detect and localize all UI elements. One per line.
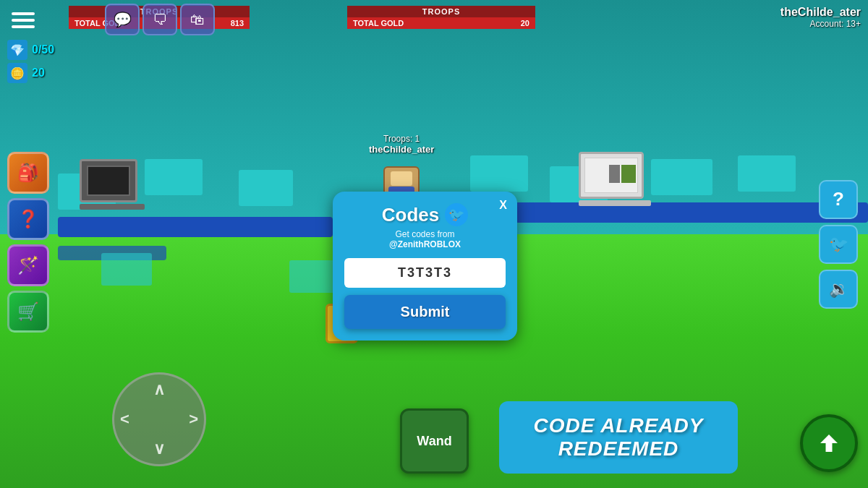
platform <box>58 217 333 237</box>
tile <box>145 159 203 195</box>
gold-value-left: 813 <box>231 19 244 27</box>
redeemed-text: CODE ALREADY REDEEMED <box>514 414 723 461</box>
crystals-value: 0/50 <box>32 43 54 56</box>
gold-label-right: TOTAL GOLD <box>353 19 404 27</box>
menu-button[interactable] <box>7 4 39 36</box>
username-text: theChilde_ater <box>780 6 861 19</box>
modal-close-button[interactable]: X <box>499 199 507 212</box>
modal-subtitle: Get codes from @ZenithROBLOX <box>344 229 506 249</box>
redeemed-banner: CODE ALREADY REDEEMED <box>499 401 738 474</box>
dpad-down[interactable]: ∨ <box>153 440 165 458</box>
question-mark-icon: ? <box>833 188 844 210</box>
twitter-button[interactable]: 🐦 <box>819 225 858 264</box>
volume-button[interactable]: 🔉 <box>819 270 858 309</box>
tile <box>239 170 293 206</box>
gold-bar-right: TOTAL GOLD 20 <box>347 17 535 29</box>
chat-bubble-icon[interactable]: 💬 <box>105 4 140 35</box>
question-button[interactable]: ❓ <box>7 198 49 240</box>
gold-value-right: 20 <box>521 19 529 27</box>
twitter-icon-modal: 🐦 <box>445 203 468 226</box>
top-hud: TROOPS TOTAL GOLD 813 TROOPS TOTAL GOLD … <box>0 0 868 40</box>
username-display: theChilde_ater Account: 13+ <box>780 6 861 29</box>
volume-icon: 🔉 <box>829 280 848 299</box>
player-name-ingame: Troops: 1 theChilde_ater <box>369 134 434 155</box>
modal-title-row: Codes 🐦 <box>344 203 506 226</box>
computer-object <box>579 152 651 206</box>
submit-button[interactable]: Submit <box>344 295 506 329</box>
dpad-right[interactable]: > <box>189 410 198 429</box>
wand-action-button[interactable]: Wand <box>400 408 469 474</box>
wand-icon: 🪄 <box>17 255 39 275</box>
account-type: Account: 13+ <box>780 19 861 29</box>
up-arrow-icon <box>816 430 842 456</box>
troops-label-right: TROOPS <box>347 6 535 17</box>
speech-bubble-icon[interactable]: 🗨 <box>142 4 177 35</box>
wand-sidebar-button[interactable]: 🪄 <box>7 244 49 286</box>
left-sidebar: 🎒 ❓ 🪄 🛒 <box>7 152 49 333</box>
right-buttons: ? 🐦 🔉 <box>819 180 858 309</box>
chat-icons: 💬 🗨 🛍 <box>105 4 215 35</box>
dpad-up[interactable]: ∧ <box>153 380 165 399</box>
codes-modal: X Codes 🐦 Get codes from @ZenithROBLOX S… <box>333 192 517 341</box>
crystal-icon: 💎 <box>7 40 27 60</box>
bag-icon[interactable]: 🛍 <box>180 4 215 35</box>
cart-icon: 🛒 <box>17 301 39 322</box>
bag-button[interactable]: 🎒 <box>7 152 49 194</box>
resources-panel: 💎 0/50 🪙 20 <box>7 40 54 83</box>
tile <box>651 159 712 195</box>
twitter-handle: @ZenithROBLOX <box>344 239 506 249</box>
tile <box>470 155 528 192</box>
up-arrow-button[interactable] <box>800 414 858 472</box>
code-input-field[interactable] <box>344 258 506 288</box>
twitter-icon: 🐦 <box>829 235 848 254</box>
dpad-circle[interactable]: ∧ ∨ < > <box>112 372 206 466</box>
bag-icon: 🎒 <box>17 163 39 183</box>
help-button[interactable]: ? <box>819 180 858 219</box>
modal-title: Codes <box>382 204 439 226</box>
coins-resource: 🪙 20 <box>7 63 54 83</box>
tile <box>738 155 796 192</box>
subtitle-line1: Get codes from <box>344 229 506 239</box>
wand-label: Wand <box>417 434 451 449</box>
dpad-left[interactable]: < <box>120 410 129 429</box>
coins-value: 20 <box>32 67 45 80</box>
crystals-resource: 💎 0/50 <box>7 40 54 60</box>
coin-icon: 🪙 <box>7 63 27 83</box>
question-icon: ❓ <box>17 209 39 229</box>
tile <box>101 253 152 286</box>
cart-button[interactable]: 🛒 <box>7 291 49 333</box>
right-troops-bar: TROOPS TOTAL GOLD 20 <box>347 6 535 33</box>
dpad[interactable]: ∧ ∨ < > <box>112 372 206 466</box>
